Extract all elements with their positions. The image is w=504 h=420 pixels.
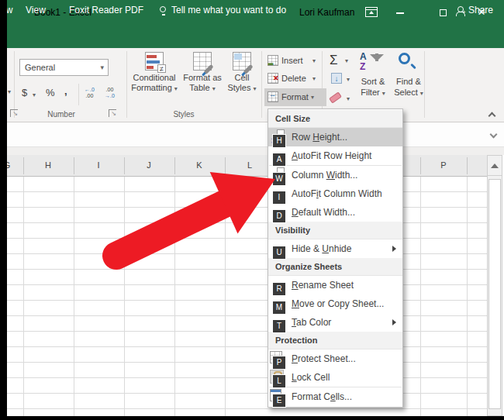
- menu-item-autofit-row-height[interactable]: AAutoFit Row Height: [268, 146, 402, 165]
- keytip-a: A: [273, 153, 285, 166]
- format-as-table-icon: [193, 52, 212, 71]
- share-button[interactable]: Share: [468, 5, 493, 15]
- column-header-j[interactable]: J: [147, 160, 151, 170]
- fill-button[interactable]: ↓: [331, 73, 342, 84]
- autosum-dropdown-icon[interactable]: ▾: [345, 57, 348, 64]
- increase-decimal-bottom: .00: [85, 93, 95, 99]
- expand-formula-bar-icon[interactable]: [490, 131, 498, 139]
- menu-item-protect-sheet[interactable]: PProtect Sheet...: [268, 349, 402, 368]
- menu-item-lock-cell[interactable]: LLock Cell: [268, 368, 402, 387]
- keytip-r: R: [273, 283, 285, 295]
- menu-section-protection: Protection: [268, 332, 402, 349]
- grid-column-line: [420, 177, 421, 416]
- percent-style-button[interactable]: %: [46, 87, 55, 98]
- menu-item-autofit-column-width[interactable]: IAutoFit Column Width: [268, 184, 402, 203]
- column-header-separator: [420, 157, 421, 174]
- screenshot-border-left: [0, 0, 7, 420]
- chevron-down-icon: ▾: [312, 71, 316, 87]
- sort-filter-label-1: Sort &: [353, 76, 393, 87]
- format-cells-label: Format Cells...: [292, 391, 352, 402]
- scroll-up-button[interactable]: [488, 156, 502, 176]
- menu-item-row-height[interactable]: ↕HRow Height...: [268, 128, 402, 146]
- column-headers: GHIJKLP: [7, 155, 487, 177]
- excel-window: Book1 - Excel Lori Kaufman ✕ ew View Fox…: [0, 0, 504, 420]
- vertical-scrollbar[interactable]: [487, 155, 502, 416]
- minimize-icon: [396, 12, 404, 14]
- insert-label: Insert: [281, 53, 303, 69]
- column-header-p[interactable]: P: [440, 160, 446, 170]
- column-header-i[interactable]: I: [97, 160, 99, 170]
- menu-item-tab-color[interactable]: TTab Color: [268, 313, 402, 332]
- keytip-l: L: [273, 375, 285, 387]
- menu-item-column-width[interactable]: ↔WColumn Width...: [268, 166, 402, 184]
- menu-item-format-cells[interactable]: EFormat Cells...: [268, 387, 402, 406]
- partial-dialog-launcher-icon[interactable]: ↘: [10, 109, 18, 117]
- maximize-button[interactable]: [431, 4, 454, 21]
- increase-decimal-top: ←.0: [85, 87, 95, 93]
- number-format-select[interactable]: General ▾: [19, 59, 109, 76]
- column-header-separator: [124, 157, 125, 174]
- delete-button[interactable]: ✕ Delete ▾: [264, 71, 326, 87]
- tab-view[interactable]: View: [26, 5, 46, 15]
- autosum-button[interactable]: Σ: [330, 53, 338, 68]
- formula-bar-gap: [7, 147, 504, 155]
- decrease-decimal-top: .00: [105, 87, 115, 93]
- screenshot-border-bottom: [0, 416, 504, 420]
- ribbon-tab-row: [7, 27, 504, 48]
- cell-styles-icon: [233, 52, 251, 71]
- keytip-i: I: [273, 191, 285, 204]
- menu-item-default-width[interactable]: DDefault Width...: [268, 203, 402, 222]
- rename-sheet-label: Rename Sheet: [292, 280, 354, 291]
- keytip-h: H: [273, 135, 285, 147]
- scrollbar-thumb[interactable]: [488, 179, 501, 409]
- column-header-h[interactable]: H: [45, 160, 51, 170]
- ribbon-display-options-icon[interactable]: [365, 7, 378, 17]
- partial-dropdown-icon[interactable]: ▾: [8, 88, 11, 95]
- format-label: Format: [281, 88, 309, 106]
- grid-column-line: [174, 177, 175, 416]
- menu-item-rename-sheet[interactable]: RRename Sheet: [268, 276, 402, 294]
- sort-filter-button[interactable]: Sort & Filter ▾: [353, 76, 393, 99]
- worksheet-grid[interactable]: [7, 177, 487, 416]
- column-header-separator: [174, 157, 175, 174]
- column-width-label: Column Width...: [292, 170, 357, 181]
- clear-eraser-icon[interactable]: [329, 91, 342, 103]
- menu-item-move-or-copy-sheet[interactable]: MMove or Copy Sheet...: [268, 294, 402, 313]
- column-header-k[interactable]: K: [196, 160, 202, 170]
- sort-filter-icon: A Z: [360, 51, 386, 73]
- row-height-label: Row Height...: [292, 132, 347, 143]
- column-header-l[interactable]: L: [247, 160, 252, 170]
- delete-cells-icon: ✕: [268, 73, 278, 84]
- clear-dropdown-icon[interactable]: ▾: [347, 95, 350, 102]
- decrease-decimal-button[interactable]: .00 →.0: [105, 87, 115, 99]
- not-equal-badge: ≠: [157, 64, 166, 73]
- group-separator: [126, 51, 127, 118]
- cell-styles-label-2: Styles: [227, 83, 250, 92]
- cell-styles-button[interactable]: Cell Styles ▾: [222, 51, 262, 107]
- formula-bar[interactable]: [7, 122, 504, 147]
- format-button[interactable]: ↔ Format ▾: [264, 88, 326, 106]
- keytip-e: E: [273, 394, 285, 407]
- comma-style-button[interactable]: ,: [64, 85, 67, 97]
- conditional-formatting-button[interactable]: ≠ Conditional Formatting ▾: [130, 51, 178, 107]
- fill-dropdown-icon[interactable]: ▾: [347, 76, 350, 83]
- hide-unhide-label: Hide & Unhide: [292, 243, 351, 254]
- minimize-button[interactable]: [388, 4, 412, 21]
- menu-section-cell-size: Cell Size: [268, 110, 402, 128]
- accounting-format-dropdown-icon[interactable]: ▾: [33, 91, 36, 98]
- insert-button[interactable]: ▂ Insert ▾: [264, 53, 326, 69]
- accounting-format-button[interactable]: $: [22, 87, 27, 98]
- autofit-column-width-label: AutoFit Column Width: [292, 188, 382, 199]
- collapse-ribbon-icon[interactable]: [488, 112, 496, 120]
- grid-column-line: [23, 177, 24, 416]
- increase-decimal-button[interactable]: ←.0 .00: [85, 87, 95, 99]
- grid-column-line: [225, 177, 226, 416]
- tell-me-box[interactable]: Tell me what you want to do: [171, 5, 286, 15]
- number-dialog-launcher-icon[interactable]: ↘: [109, 109, 116, 117]
- menu-item-hide-unhide[interactable]: UHide & Unhide: [268, 239, 402, 258]
- format-as-table-button[interactable]: Format as Table ▾: [178, 51, 226, 107]
- tab-foxit-reader-pdf[interactable]: Foxit Reader PDF: [69, 5, 143, 15]
- column-header-separator: [74, 157, 74, 174]
- keytip-d: D: [273, 210, 285, 222]
- find-select-button[interactable]: Find & Select ▾: [388, 76, 429, 99]
